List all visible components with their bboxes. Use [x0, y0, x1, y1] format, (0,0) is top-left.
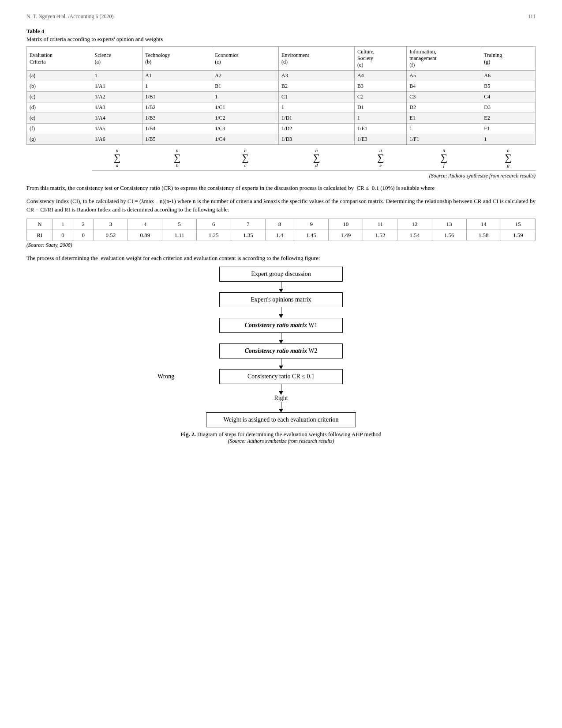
ri-value-cell: 1.54	[397, 230, 432, 241]
ri-row-label: RI	[27, 230, 53, 241]
ri-value-cell: 1.49	[329, 230, 363, 241]
ri-value-cell: 1.45	[294, 230, 329, 241]
table-cell: F1	[481, 124, 536, 134]
ri-value-cell: 0	[52, 230, 73, 241]
ri-value-cell: 1.4	[265, 230, 294, 241]
table-cell: 1/B5	[142, 134, 212, 145]
table-cell: C3	[407, 92, 481, 102]
ri-value-cell: 1.56	[432, 230, 466, 241]
table-cell: A6	[481, 71, 536, 81]
table-row: (b)1/A11B1B2B3B4B5	[27, 81, 536, 92]
table-subtitle: Matrix of criteria according to experts'…	[26, 36, 536, 43]
table-cell: 1/A1	[92, 81, 142, 92]
table-cell: A4	[355, 71, 407, 81]
table-cell: 1/B3	[142, 113, 212, 124]
flowchart-row-5: Wrong Consistency ratio CR ≤ 0.1	[26, 369, 536, 384]
table-cell: 1/E3	[355, 134, 407, 145]
table-row: (f)1/A51/B41/C31/D21/E11F1	[27, 124, 536, 134]
ri-value-cell: 1.58	[466, 230, 501, 241]
ri-value-cell: 1.11	[162, 230, 196, 241]
table-row: (c)1/A21/B11C1C2C3C4	[27, 92, 536, 102]
table-cell: A2	[212, 71, 279, 81]
arrow-5	[281, 384, 281, 395]
ri-header-cell: 4	[128, 219, 162, 230]
sum-cell: n∑e	[355, 145, 407, 171]
table-cell: 1	[407, 124, 481, 134]
table-cell: A5	[407, 71, 481, 81]
table-cell: 1/B1	[142, 92, 212, 102]
ri-value-cell: 0.89	[128, 230, 162, 241]
table-row: (a)1A1A2A3A4A5A6	[27, 71, 536, 81]
table-cell: B5	[481, 81, 536, 92]
header-right: 111	[528, 13, 536, 20]
table-cell: C4	[481, 92, 536, 102]
fig-caption-source: (Source: Authors synthesize from researc…	[26, 438, 536, 445]
col-header-environment: Environment(d)	[279, 47, 355, 71]
ri-header-cell: 14	[466, 219, 501, 230]
ri-header-cell: 8	[265, 219, 294, 230]
table-cell: D3	[481, 102, 536, 113]
table-cell: D2	[407, 102, 481, 113]
table-cell: 1	[142, 81, 212, 92]
sum-empty-cell	[27, 145, 92, 171]
ri-source: (Source: Saaty, 2008)	[26, 242, 536, 249]
arrow-1	[281, 282, 281, 292]
paragraph-2: Consistency Index (CI), to be calculated…	[26, 197, 536, 214]
ri-header-cell: 12	[397, 219, 432, 230]
col-header-information: Information,management(f)	[407, 47, 481, 71]
table-cell: 1	[355, 113, 407, 124]
ri-value-cell: 1.25	[196, 230, 231, 241]
ri-table: N123456789101112131415 RI000.520.891.111…	[26, 219, 536, 241]
col-header-economics: Economics(c)	[212, 47, 279, 71]
sum-cell: n∑a	[92, 145, 142, 171]
table-cell: A3	[279, 71, 355, 81]
paragraph-1: From this matrix, the consistency test o…	[26, 184, 536, 192]
flowchart-box-6: Weight is assigned to each evaluation cr…	[206, 412, 356, 427]
flowchart: Expert group discussion Expert's opinion…	[26, 267, 536, 427]
sum-cell: n∑b	[142, 145, 212, 171]
table-cell: 1/C2	[212, 113, 279, 124]
flowchart-box-5: Consistency ratio CR ≤ 0.1	[219, 369, 343, 384]
ri-header-row: N123456789101112131415	[27, 219, 536, 230]
table-cell: (c)	[27, 92, 92, 102]
ri-header-cell: 10	[329, 219, 363, 230]
table-row: (d)1/A31/B21/C11D1D2D3	[27, 102, 536, 113]
table-cell: (g)	[27, 134, 92, 145]
arrow-right-section: Right	[274, 384, 288, 412]
table-cell: 1	[212, 92, 279, 102]
table-cell: (e)	[27, 113, 92, 124]
table-cell: 1/D2	[279, 124, 355, 134]
criteria-table: EvaluationCriteria Science(a) Technology…	[26, 46, 536, 171]
col-header-culture: Culture,Society(e)	[355, 47, 407, 71]
flowchart-box-3: Consistency ratio matrix W1	[219, 318, 343, 333]
flowchart-box-1: Expert group discussion	[219, 267, 343, 282]
ri-value-cell: 0.52	[94, 230, 128, 241]
col-header-training: Training(g)	[481, 47, 536, 71]
sum-cell: n∑c	[212, 145, 279, 171]
ri-header-cell: 11	[363, 219, 397, 230]
table-cell: 1/C4	[212, 134, 279, 145]
flowchart-box-4: Consistency ratio matrix W2	[219, 343, 343, 358]
table-source: (Source: Authors synthesize from researc…	[26, 173, 536, 179]
ri-header-cell: 5	[162, 219, 196, 230]
ri-value-cell: 1.52	[363, 230, 397, 241]
ri-header-cell: 15	[501, 219, 535, 230]
paragraph-3: The process of determining the evaluatio…	[26, 254, 536, 263]
table-cell: 1/F1	[407, 134, 481, 145]
ri-header-cell: 6	[196, 219, 231, 230]
ri-data-row: RI000.520.891.111.251.351.41.451.491.521…	[27, 230, 536, 241]
table-row: (e)1/A41/B31/C21/D11E1E2	[27, 113, 536, 124]
table-cell: B2	[279, 81, 355, 92]
table-cell: (a)	[27, 71, 92, 81]
col-header-science: Science(a)	[92, 47, 142, 71]
table-cell: 1/A5	[92, 124, 142, 134]
table-cell: 1/A6	[92, 134, 142, 145]
flowchart-box-2: Expert's opinions matrix	[219, 292, 343, 307]
table-cell: A1	[142, 71, 212, 81]
ri-value-cell: 1.35	[231, 230, 265, 241]
table-cell: 1/C3	[212, 124, 279, 134]
wrong-label: Wrong	[157, 373, 174, 380]
table-cell: E2	[481, 113, 536, 124]
table-row: (g)1/A61/B51/C41/D31/E31/F11	[27, 134, 536, 145]
table-cell: B4	[407, 81, 481, 92]
